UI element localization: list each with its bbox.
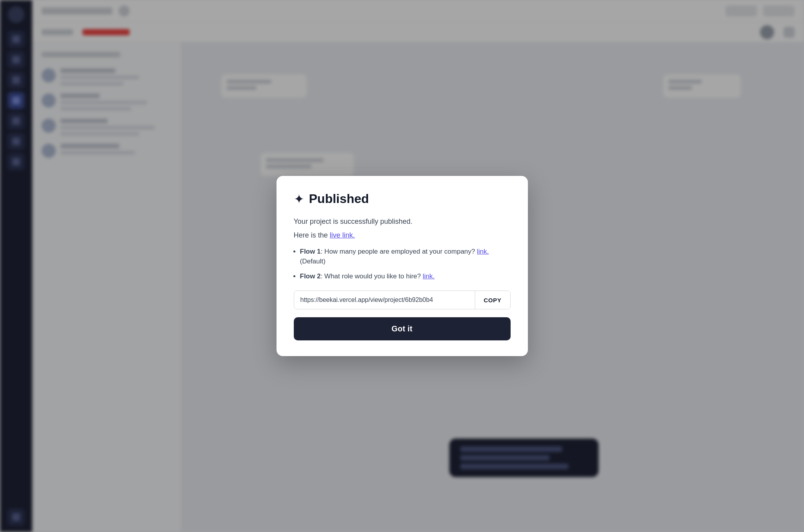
modal-title: Published xyxy=(309,192,369,206)
sparkle-icon: ✦ xyxy=(294,192,304,207)
url-input[interactable] xyxy=(294,291,475,309)
modal-flow-1: Flow 1: How many people are employed at … xyxy=(300,247,511,267)
flow-1-desc: : How many people are employed at your c… xyxy=(321,248,475,255)
flow-1-name: Flow 1 xyxy=(300,248,321,255)
modal-success-text: Your project is successfully published. xyxy=(294,218,413,225)
flow-2-name: Flow 2 xyxy=(300,272,321,280)
modal-live-link-row: Here is the live link. xyxy=(294,230,511,241)
modal-live-link[interactable]: live link. xyxy=(330,231,355,239)
modal-flow-2: Flow 2: What role would you like to hire… xyxy=(300,271,511,282)
flow-2-link[interactable]: link. xyxy=(423,272,434,280)
modal-body-text: Your project is successfully published. xyxy=(294,216,511,227)
flow-2-desc: : What role would you like to hire? xyxy=(321,272,421,280)
modal-live-link-prefix: Here is the xyxy=(294,231,330,239)
copy-button[interactable]: COPY xyxy=(475,291,510,309)
flow-1-suffix: (Default) xyxy=(300,258,326,265)
got-it-button[interactable]: Got it xyxy=(294,317,511,340)
published-modal: ✦ Published Your project is successfully… xyxy=(277,176,528,356)
modal-overlay: ✦ Published Your project is successfully… xyxy=(0,0,804,532)
flow-1-link[interactable]: link. xyxy=(477,248,489,255)
modal-title-row: ✦ Published xyxy=(294,192,511,207)
modal-flows-list: Flow 1: How many people are employed at … xyxy=(300,247,511,282)
modal-url-row: COPY xyxy=(294,291,511,309)
